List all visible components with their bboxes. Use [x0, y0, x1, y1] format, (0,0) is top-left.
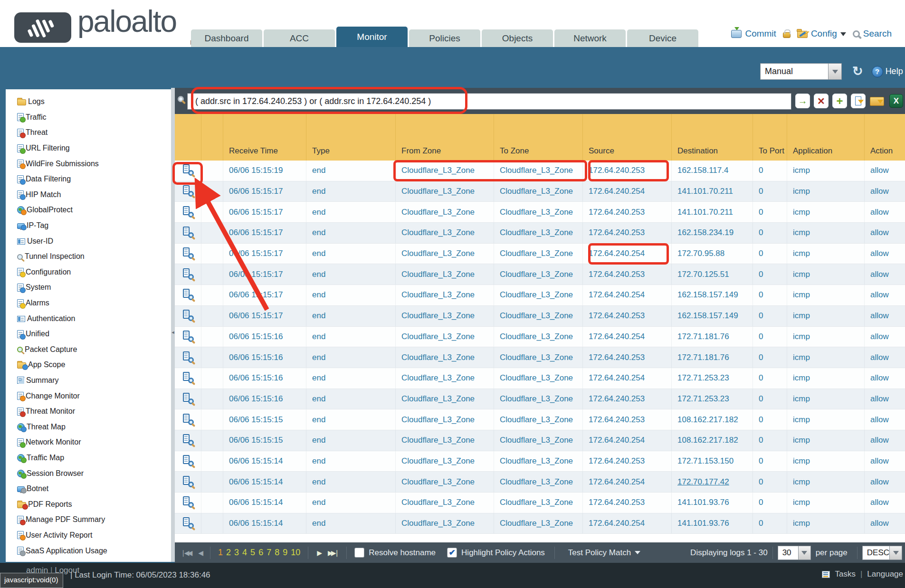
column-header-destination[interactable]: Destination — [672, 114, 753, 161]
cell-receive-time[interactable]: 06/06 15:15:19 — [223, 161, 306, 181]
sidebar-item[interactable]: Traffic Map — [6, 450, 171, 466]
cell-to-zone[interactable]: Cloudflare_L3_Zone — [494, 306, 583, 326]
cell-application[interactable]: icmp — [787, 451, 865, 472]
column-header-to-zone[interactable]: To Zone — [494, 114, 583, 161]
cell-to-port[interactable]: 0 — [753, 181, 787, 202]
cell-to-port[interactable]: 0 — [753, 493, 787, 513]
cell-receive-time[interactable]: 06/06 15:15:17 — [223, 181, 306, 202]
page-number[interactable]: 10 — [291, 548, 300, 558]
sidebar-item[interactable]: HIP Match — [6, 187, 171, 203]
cell-to-zone[interactable]: Cloudflare_L3_Zone — [494, 493, 583, 513]
log-detail-icon[interactable] — [182, 206, 194, 218]
cell-receive-time[interactable]: 06/06 15:15:15 — [223, 430, 306, 451]
page-number[interactable]: 7 — [267, 548, 271, 558]
log-detail-icon[interactable] — [182, 476, 194, 488]
cell-receive-time[interactable]: 06/06 15:15:17 — [223, 223, 306, 243]
cell-action[interactable]: allow — [865, 472, 905, 492]
sidebar-item[interactable]: Traffic — [6, 110, 171, 125]
cell-type[interactable]: end — [306, 451, 396, 472]
table-row[interactable]: 06/06 15:15:19 end Cloudflare_L3_Zone Cl… — [175, 161, 905, 181]
tab-acc[interactable]: ACC — [264, 29, 335, 47]
sidebar-item[interactable]: Summary — [6, 373, 171, 389]
sidebar-item[interactable]: Packet Capture — [6, 342, 171, 358]
column-header-action[interactable]: Action — [865, 114, 905, 161]
cell-to-zone[interactable]: Cloudflare_L3_Zone — [494, 202, 583, 222]
table-row[interactable]: 06/06 15:15:15 end Cloudflare_L3_Zone Cl… — [175, 430, 905, 451]
cell-to-port[interactable]: 0 — [753, 347, 787, 368]
cell-source[interactable]: 172.64.240.253 — [583, 389, 672, 409]
cell-application[interactable]: icmp — [787, 264, 865, 285]
clear-filter-icon[interactable]: ✕ — [814, 94, 829, 108]
cell-type[interactable]: end — [306, 244, 396, 264]
sidebar-item[interactable]: Logs — [6, 94, 171, 110]
page-number[interactable]: 9 — [283, 548, 287, 558]
cell-application[interactable]: icmp — [787, 161, 865, 181]
sidebar-item[interactable]: Change Monitor — [6, 388, 171, 404]
cell-to-port[interactable]: 0 — [753, 264, 787, 285]
cell-source[interactable]: 172.64.240.253 — [583, 493, 672, 513]
cell-from-zone[interactable]: Cloudflare_L3_Zone — [396, 285, 494, 305]
cell-application[interactable]: icmp — [787, 306, 865, 326]
cell-to-zone[interactable]: Cloudflare_L3_Zone — [494, 223, 583, 243]
sidebar-item[interactable]: Network Monitor — [6, 435, 171, 450]
next-page-icon[interactable]: ▶ — [317, 549, 320, 557]
cell-type[interactable]: end — [306, 368, 396, 389]
cell-receive-time[interactable]: 06/06 15:15:14 — [223, 451, 306, 472]
cell-receive-time[interactable]: 06/06 15:15:17 — [223, 285, 306, 305]
sidebar-item[interactable]: App Scope — [6, 357, 171, 373]
cell-to-zone[interactable]: Cloudflare_L3_Zone — [494, 285, 583, 305]
sidebar-item[interactable]: Manage PDF Summary — [6, 512, 171, 528]
table-row[interactable]: 06/06 15:15:16 end Cloudflare_L3_Zone Cl… — [175, 347, 905, 368]
cell-destination[interactable]: 172.70.95.88 — [672, 244, 753, 264]
table-row[interactable]: 06/06 15:15:17 end Cloudflare_L3_Zone Cl… — [175, 181, 905, 202]
cell-source[interactable]: 172.64.240.253 — [583, 161, 672, 181]
cell-destination[interactable]: 172.71.181.76 — [672, 347, 753, 368]
sidebar-item[interactable]: SaaS Application Usage — [6, 543, 171, 559]
cell-destination[interactable]: 172.71.181.76 — [672, 327, 753, 347]
cell-application[interactable]: icmp — [787, 513, 865, 534]
sidebar-item[interactable]: Configuration — [6, 265, 171, 280]
log-detail-icon[interactable] — [182, 227, 194, 239]
tasks-link[interactable]: Tasks — [835, 569, 855, 579]
cell-source[interactable]: 172.64.240.253 — [583, 264, 672, 285]
cell-action[interactable]: allow — [865, 181, 905, 202]
table-row[interactable]: 06/06 15:15:15 end Cloudflare_L3_Zone Cl… — [175, 409, 905, 430]
cell-type[interactable]: end — [306, 513, 396, 534]
cell-action[interactable]: allow — [865, 389, 905, 409]
cell-to-port[interactable]: 0 — [753, 368, 787, 389]
cell-source[interactable]: 172.64.240.254 — [583, 472, 672, 492]
cell-from-zone[interactable]: Cloudflare_L3_Zone — [396, 223, 494, 243]
column-header-application[interactable]: Application — [787, 114, 865, 161]
cell-action[interactable]: allow — [865, 451, 905, 472]
log-detail-icon[interactable] — [182, 372, 194, 384]
sidebar-item[interactable]: PDF Reports — [6, 496, 171, 512]
cell-to-zone[interactable]: Cloudflare_L3_Zone — [494, 430, 583, 451]
log-detail-icon[interactable] — [182, 268, 194, 281]
cell-destination[interactable]: 141.101.70.211 — [672, 181, 753, 202]
cell-destination[interactable]: 141.101.93.76 — [672, 513, 753, 534]
cell-source[interactable]: 172.64.240.253 — [583, 202, 672, 222]
export-csv-icon[interactable]: X — [889, 94, 903, 108]
cell-application[interactable]: icmp — [787, 430, 865, 451]
help-label[interactable]: Help — [886, 66, 903, 76]
lock-icon[interactable] — [783, 32, 791, 38]
cell-from-zone[interactable]: Cloudflare_L3_Zone — [396, 327, 494, 347]
page-number[interactable]: 4 — [242, 548, 247, 558]
cell-action[interactable]: allow — [865, 513, 905, 534]
cell-destination[interactable]: 108.162.217.182 — [672, 430, 753, 451]
cell-action[interactable]: allow — [865, 306, 905, 326]
cell-destination[interactable]: 172.70.177.42 — [672, 472, 753, 492]
table-row[interactable]: 06/06 15:15:16 end Cloudflare_L3_Zone Cl… — [175, 389, 905, 410]
cell-type[interactable]: end — [306, 327, 396, 347]
page-number[interactable]: 8 — [275, 548, 279, 558]
cell-destination[interactable]: 172.71.253.23 — [672, 368, 753, 389]
first-page-icon[interactable]: ❘◀◀ — [181, 549, 191, 557]
cell-to-port[interactable]: 0 — [753, 202, 787, 222]
cell-type[interactable]: end — [306, 409, 396, 430]
cell-application[interactable]: icmp — [787, 244, 865, 264]
add-filter-icon[interactable]: + — [832, 94, 847, 108]
cell-to-port[interactable]: 0 — [753, 223, 787, 243]
cell-to-zone[interactable]: Cloudflare_L3_Zone — [494, 327, 583, 347]
cell-type[interactable]: end — [306, 223, 396, 243]
filter-builder-icon[interactable] — [851, 94, 866, 108]
